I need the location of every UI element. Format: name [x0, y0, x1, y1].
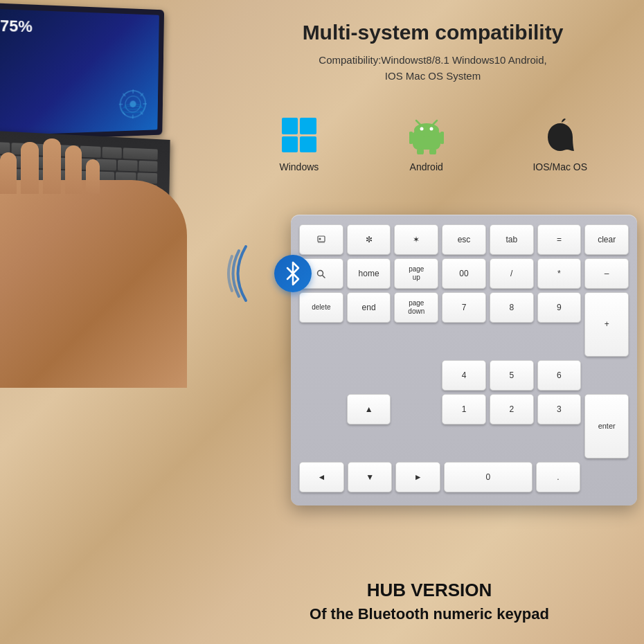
keypad-row-4: 4 5 6: [299, 360, 629, 391]
finger-3: [43, 138, 61, 194]
key-enter[interactable]: enter: [584, 394, 629, 458]
ios-mac-label: IOS/Mac OS: [533, 161, 587, 172]
key-icon3[interactable]: ✶: [394, 224, 438, 255]
svg-point-14: [414, 123, 439, 137]
fingers: [0, 152, 100, 194]
numeric-keypad: ✼ ✶ esc tab = clear home pageup 00 / * –…: [291, 215, 637, 506]
key-plus[interactable]: +: [584, 292, 629, 357]
win-pane-2: [300, 118, 316, 134]
key-slash[interactable]: /: [490, 258, 534, 289]
keypad-row-2: home pageup 00 / * –: [299, 258, 629, 289]
windows-label: Windows: [279, 161, 319, 172]
subtitle-line1: Compatibility:Windowst8/8.1 Windows10 An…: [319, 54, 546, 66]
svg-rect-20: [440, 132, 444, 144]
key-page-up[interactable]: pageup: [394, 258, 438, 289]
svg-point-16: [429, 127, 433, 130]
keypad-row-1: ✼ ✶ esc tab = clear: [299, 224, 629, 255]
svg-line-27: [323, 275, 325, 278]
key-0[interactable]: 0: [444, 462, 532, 492]
key-asterisk[interactable]: *: [537, 258, 582, 289]
footer-section: HUB VERSION Of the Bluetooth numeric key…: [229, 580, 630, 623]
os-item-windows: Windows: [278, 114, 320, 172]
key-icon1[interactable]: [299, 224, 343, 255]
os-item-ios: IOS/Mac OS: [533, 114, 587, 172]
key-7[interactable]: 7: [442, 292, 486, 323]
key-delete[interactable]: delete: [299, 292, 343, 323]
key-esc[interactable]: esc: [442, 224, 486, 255]
hub-version-subtitle: Of the Bluetooth numeric keypad: [229, 605, 630, 623]
svg-point-15: [420, 127, 423, 130]
finger-1: [0, 152, 17, 194]
android-label: Android: [410, 161, 443, 172]
key-equals[interactable]: =: [537, 224, 582, 255]
apple-icon: [539, 114, 581, 156]
subtitle-line2: IOS Mac OS System: [385, 70, 481, 82]
key-9[interactable]: 9: [537, 292, 582, 323]
key-minus[interactable]: –: [584, 258, 629, 289]
bluetooth-badge: [274, 255, 312, 292]
key-page-down[interactable]: pagedown: [394, 292, 438, 323]
hub-version-title: HUB VERSION: [229, 580, 630, 601]
key-tab[interactable]: tab: [490, 224, 534, 255]
svg-line-18: [433, 120, 437, 125]
svg-point-24: [319, 238, 321, 240]
screen-percentage: 75%: [0, 17, 33, 37]
hand: [0, 180, 187, 388]
keypad-row-6: ◄ ▼ ► 0 .: [299, 462, 629, 492]
key-3[interactable]: 3: [537, 394, 582, 424]
key-right-arrow[interactable]: ►: [395, 462, 440, 492]
key-4[interactable]: 4: [442, 360, 486, 391]
win-pane-1: [282, 118, 298, 134]
gear-icon: [114, 84, 152, 125]
key-dot[interactable]: .: [536, 462, 581, 492]
key-icon2[interactable]: ✼: [347, 224, 391, 255]
key-5[interactable]: 5: [490, 360, 534, 391]
laptop-screen: 75%: [0, 3, 164, 142]
key-down-arrow[interactable]: ▼: [348, 462, 393, 492]
key-00[interactable]: 00: [442, 258, 486, 289]
bluetooth-symbol: [283, 261, 303, 286]
key-clear[interactable]: clear: [584, 224, 629, 255]
keypad-row-3: delete end pagedown 7 8 9 +: [299, 292, 629, 357]
svg-rect-22: [429, 148, 436, 154]
keypad-row-5: ▲ 1 2 3 enter: [299, 394, 629, 458]
subtitle: Compatibility:Windowst8/8.1 Windows10 An…: [235, 53, 630, 84]
title-section: Multi-system compatibility Compatibility…: [235, 21, 630, 84]
key-left-arrow[interactable]: ◄: [299, 462, 344, 492]
main-title: Multi-system compatibility: [235, 21, 630, 44]
key-home[interactable]: home: [347, 258, 391, 289]
key-6[interactable]: 6: [537, 360, 582, 391]
laptop-image: 75%: [0, 0, 194, 388]
key-1[interactable]: 1: [442, 394, 486, 424]
android-svg: [409, 116, 444, 154]
os-compatibility-section: Windows: [235, 114, 630, 172]
win-pane-4: [300, 136, 316, 153]
key-up-arrow[interactable]: ▲: [347, 394, 391, 424]
finger-5: [86, 159, 100, 194]
finger-2: [21, 142, 39, 194]
key-8[interactable]: 8: [490, 292, 534, 323]
key-end[interactable]: end: [347, 292, 391, 323]
svg-rect-21: [417, 148, 424, 154]
svg-rect-25: [318, 242, 325, 243]
apple-svg: [544, 116, 577, 154]
android-icon: [406, 114, 447, 156]
windows-icon: [278, 114, 320, 156]
svg-line-17: [416, 120, 420, 125]
key-2[interactable]: 2: [490, 394, 534, 424]
svg-rect-19: [409, 132, 413, 144]
finger-4: [65, 145, 82, 194]
right-content: Multi-system compatibility Compatibility…: [215, 0, 644, 644]
win-pane-3: [282, 136, 298, 153]
os-item-android: Android: [406, 114, 447, 172]
